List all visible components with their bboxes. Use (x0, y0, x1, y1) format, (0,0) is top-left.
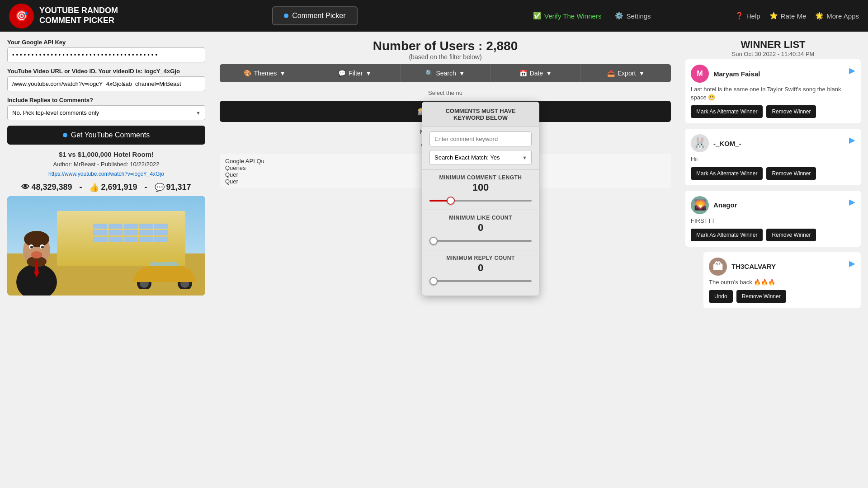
likes-stat: 👍 2,691,919 (89, 183, 137, 192)
winner-list-date: Sun Oct 30 2022 - 11:40:34 PM (685, 51, 861, 57)
keyword-section: Search Exact Match: Yes (422, 127, 539, 170)
winner-buttons: Undo Remove Winner (709, 290, 855, 303)
winner-arrow-icon: ▶ (849, 197, 855, 207)
video-thumbnail (7, 196, 205, 296)
api-key-input[interactable] (7, 47, 205, 62)
themes-button[interactable]: 🎨 Themes ▼ (220, 64, 310, 82)
winner-item: 🐰 -_KOM_- ▶ Hii Mark As Alternate Winner… (685, 129, 861, 185)
thumb-window (154, 230, 168, 235)
winner-name: TH3CALVARY (731, 263, 776, 270)
video-url-input[interactable] (7, 76, 205, 91)
rate-me-button[interactable]: ⭐ Rate Me (769, 12, 807, 20)
get-comments-button[interactable]: Get YouTube Comments (7, 126, 205, 145)
thumb-window (108, 224, 123, 229)
apps-icon: 🌟 (815, 12, 824, 20)
thumb-hotel-windows (91, 222, 170, 244)
thumb-car (128, 257, 201, 289)
mark-alternate-button[interactable]: Mark As Alternate Winner (691, 167, 763, 180)
comment-icon: 💬 (155, 183, 165, 192)
thumb-window (139, 224, 153, 229)
thumb-window (139, 237, 153, 242)
slider-thumb-2[interactable] (429, 237, 438, 245)
min-reply-count-label: MINIMUM REPLY COUNT (429, 255, 532, 261)
remove-winner-button[interactable]: Remove Winner (766, 105, 816, 118)
winner-comment: The outro's back 🔥🔥🔥 (709, 278, 855, 286)
main-content: Your Google API Key YouTube Video URL or… (0, 32, 868, 488)
winner-arrow-icon: ▶ (849, 258, 855, 268)
comment-picker-button[interactable]: Comment Picker (272, 6, 357, 25)
mark-alternate-button[interactable]: Mark As Alternate Winner (691, 105, 763, 118)
filter-button[interactable]: 💬 Filter ▼ (310, 64, 401, 82)
toolbar: 🎨 Themes ▼ 💬 Filter ▼ 🔍 Search ▼ 📅 Date … (220, 64, 671, 82)
winner-item: 🌄 Anagor ▶ FIRSTTT Mark As Alternate Win… (685, 191, 861, 247)
slider-track-3 (429, 280, 532, 282)
thumb-window (93, 237, 107, 242)
picker-dot-icon (284, 14, 288, 18)
calendar-icon: 📅 (519, 70, 527, 77)
min-like-count-slider[interactable] (429, 236, 532, 245)
verify-winners-button[interactable]: ✅ Verify The Winners (533, 12, 601, 20)
export-icon: 📤 (607, 70, 615, 77)
keyword-input[interactable] (429, 131, 532, 146)
video-url-label: YouTube Video URL or Video ID. Your vide… (7, 68, 205, 75)
winner-top: 🌄 Anagor (691, 196, 855, 214)
winner-name: Maryam Faisal (713, 70, 760, 78)
min-reply-count-slider[interactable] (429, 277, 532, 286)
users-count-heading: Number of Users : 2,880 (220, 39, 671, 53)
search-chevron-icon: ▼ (459, 70, 465, 77)
min-reply-count-section: MINIMUM REPLY COUNT 0 (422, 250, 539, 290)
logo-area: 🎯 YOUTUBE RANDOM COMMENT PICKER (9, 4, 172, 28)
slider-thumb-3[interactable] (429, 277, 438, 285)
date-button[interactable]: 📅 Date ▼ (491, 64, 581, 82)
more-apps-button[interactable]: 🌟 More Apps (815, 12, 859, 20)
app-logo-icon: 🎯 (9, 4, 34, 28)
thumbup-icon: 👍 (89, 183, 99, 192)
svg-point-5 (31, 251, 42, 258)
thumb-window (154, 224, 168, 229)
settings-button[interactable]: ⚙️ Settings (615, 12, 651, 20)
date-chevron-icon: ▼ (546, 70, 552, 77)
winner-buttons: Mark As Alternate Winner Remove Winner (691, 167, 855, 180)
winner-comment: Hii (691, 155, 855, 163)
export-button[interactable]: 📤 Export ▼ (581, 64, 671, 82)
filter-icon: 💬 (338, 70, 346, 77)
thumb-window (124, 237, 138, 242)
exact-match-dropdown[interactable]: Search Exact Match: Yes (429, 150, 532, 165)
eye-icon: 👁 (21, 183, 29, 192)
remove-winner-button[interactable]: Remove Winner (736, 290, 786, 303)
themes-chevron-icon: ▼ (279, 70, 286, 77)
remove-winner-button[interactable]: Remove Winner (766, 229, 816, 241)
min-comment-length-slider[interactable] (429, 196, 532, 205)
replies-label: Include Replies to Comments? (7, 97, 205, 103)
winner-top: 🏔 TH3CALVARY (709, 258, 855, 276)
filter-chevron-icon: ▼ (365, 70, 372, 77)
remove-winner-button[interactable]: Remove Winner (766, 167, 816, 180)
thumb-window (124, 224, 138, 229)
winner-comment: FIRSTTT (691, 217, 855, 225)
checkmark-icon: ✅ (533, 12, 542, 20)
video-author: Author: MrBeast - Published: 10/22/2022 (7, 160, 205, 169)
video-stats: 👁 48,329,389 - 👍 2,691,919 - 💬 91,317 (7, 183, 205, 192)
undo-button[interactable]: Undo (709, 290, 733, 303)
video-url-link[interactable]: https://www.youtube.com/watch?v=iogcY_4x… (48, 171, 164, 177)
header-right-nav: ❓ Help ⭐ Rate Me 🌟 More Apps (735, 12, 859, 20)
svg-point-8 (30, 246, 33, 249)
replies-dropdown[interactable]: No. Pick top-level comments only (7, 105, 205, 120)
api-key-label: Your Google API Key (7, 39, 205, 46)
video-title: $1 vs $1,000,000 Hotel Room! (7, 149, 205, 160)
export-chevron-icon: ▼ (638, 70, 645, 77)
comments-stat: 💬 91,317 (155, 183, 191, 192)
winner-name: -_KOM_- (713, 140, 741, 147)
slider-thumb[interactable] (447, 197, 455, 205)
mark-alternate-button[interactable]: Mark As Alternate Winner (691, 229, 763, 241)
svg-point-9 (41, 246, 44, 249)
search-button[interactable]: 🔍 Search ▼ (401, 64, 491, 82)
winner-top: M Maryam Faisal (691, 65, 855, 83)
star-icon: ⭐ (769, 12, 778, 20)
thumb-window (108, 230, 123, 235)
help-button[interactable]: ❓ Help (735, 12, 760, 20)
thumb-window (124, 230, 138, 235)
users-count-subtitle: (based on the filter below) (220, 53, 671, 61)
users-count-section: Number of Users : 2,880 (based on the fi… (220, 39, 671, 61)
winner-avatar: 🌄 (691, 196, 709, 214)
